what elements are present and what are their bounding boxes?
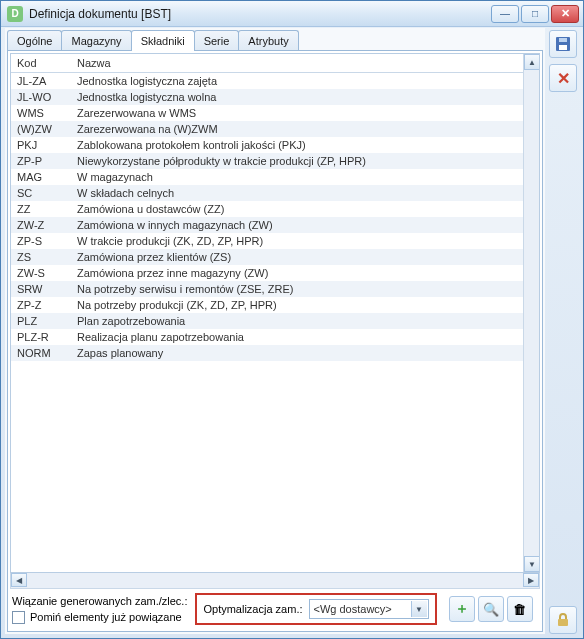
table-row[interactable]: JL-ZAJednostka logistyczna zajęta <box>11 73 539 90</box>
lock-icon <box>556 613 570 627</box>
table-row[interactable]: ZP-ZNa potrzeby produkcji (ZK, ZD, ZP, H… <box>11 297 539 313</box>
lock-button[interactable] <box>549 606 577 634</box>
cell-kod: WMS <box>11 105 71 121</box>
horizontal-scrollbar[interactable]: ◀ ▶ <box>10 573 540 589</box>
svg-rect-1 <box>559 45 567 50</box>
svg-rect-3 <box>558 619 568 626</box>
cell-nazwa: Plan zapotrzebowania <box>71 313 539 329</box>
cell-kod: ZW-Z <box>11 217 71 233</box>
cell-nazwa: Na potrzeby serwisu i remontów (ZSE, ZRE… <box>71 281 539 297</box>
app-icon: D <box>7 6 23 22</box>
bottom-bar: Wiązanie generowanych zam./zlec.: Pomiń … <box>10 589 540 629</box>
cell-nazwa: Zamówiona u dostawców (ZZ) <box>71 201 539 217</box>
grid-container: Kod Nazwa JL-ZAJednostka logistyczna zaj… <box>10 53 540 573</box>
cell-nazwa: Na potrzeby produkcji (ZK, ZD, ZP, HPR) <box>71 297 539 313</box>
table-row[interactable]: WMSZarezerwowana w WMS <box>11 105 539 121</box>
tab-skladniki[interactable]: Składniki <box>131 30 195 51</box>
cell-nazwa: Zamówiona przez klientów (ZS) <box>71 249 539 265</box>
cell-kod: ZS <box>11 249 71 265</box>
cell-nazwa: Zamówiona przez inne magazyny (ZW) <box>71 265 539 281</box>
cell-kod: PKJ <box>11 137 71 153</box>
right-toolbar: ✕ <box>549 28 579 634</box>
col-nazwa[interactable]: Nazwa <box>71 54 539 73</box>
scroll-down-icon[interactable]: ▼ <box>524 556 540 572</box>
maximize-button[interactable]: □ <box>521 5 549 23</box>
opt-label: Optymalizacja zam.: <box>203 603 302 615</box>
minimize-button[interactable]: — <box>491 5 519 23</box>
cell-kod: JL-ZA <box>11 73 71 90</box>
table-row[interactable]: SRWNa potrzeby serwisu i remontów (ZSE, … <box>11 281 539 297</box>
table-row[interactable]: ZZZamówiona u dostawców (ZZ) <box>11 201 539 217</box>
cell-kod: PLZ <box>11 313 71 329</box>
cell-nazwa: Realizacja planu zapotrzebowania <box>71 329 539 345</box>
link-label: Wiązanie generowanych zam./zlec.: <box>12 595 187 607</box>
cell-nazwa: Zapas planowany <box>71 345 539 361</box>
cell-kod: ZP-P <box>11 153 71 169</box>
save-disk-button[interactable] <box>549 30 577 58</box>
cell-kod: NORM <box>11 345 71 361</box>
cell-kod: ZP-S <box>11 233 71 249</box>
cell-nazwa: Zablokowana protokołem kontroli jakości … <box>71 137 539 153</box>
floppy-icon <box>555 36 571 52</box>
cell-kod: SRW <box>11 281 71 297</box>
opt-value: <Wg dostawcy> <box>314 603 392 615</box>
checkbox-box[interactable] <box>12 611 25 624</box>
table-row[interactable]: NORMZapas planowany <box>11 345 539 361</box>
cell-kod: ZW-S <box>11 265 71 281</box>
cell-kod: JL-WO <box>11 89 71 105</box>
cell-nazwa: W składach celnych <box>71 185 539 201</box>
vertical-scrollbar[interactable]: ▲ ▼ <box>523 54 539 572</box>
table-row[interactable]: ZW-SZamówiona przez inne magazyny (ZW) <box>11 265 539 281</box>
table-row[interactable]: ZW-ZZamówiona w innych magazynach (ZW) <box>11 217 539 233</box>
skip-checkbox[interactable]: Pomiń elementy już powiązane <box>12 611 187 624</box>
table-row[interactable]: ZP-PNiewykorzystane półprodukty w trakci… <box>11 153 539 169</box>
table-row[interactable]: PLZ-RRealizacja planu zapotrzebowania <box>11 329 539 345</box>
cell-kod: (W)ZW <box>11 121 71 137</box>
cell-kod: ZP-Z <box>11 297 71 313</box>
tab-panel-skladniki: Kod Nazwa JL-ZAJednostka logistyczna zaj… <box>7 50 543 632</box>
scroll-left-icon[interactable]: ◀ <box>11 573 27 587</box>
cell-kod: PLZ-R <box>11 329 71 345</box>
table-row[interactable]: MAGW magazynach <box>11 169 539 185</box>
optimization-group: Optymalizacja zam.: <Wg dostawcy> ▼ <box>195 593 436 625</box>
cancel-button[interactable]: ✕ <box>549 64 577 92</box>
cell-kod: MAG <box>11 169 71 185</box>
add-button[interactable]: ＋ <box>449 596 475 622</box>
skip-label: Pomiń elementy już powiązane <box>30 611 182 623</box>
titlebar: D Definicja dokumentu [BST] — □ ✕ <box>1 1 583 27</box>
col-kod[interactable]: Kod <box>11 54 71 73</box>
cell-nazwa: Zarezerwowana na (W)ZWM <box>71 121 539 137</box>
cell-nazwa: W trakcie produkcji (ZK, ZD, ZP, HPR) <box>71 233 539 249</box>
cell-nazwa: W magazynach <box>71 169 539 185</box>
tab-atrybuty[interactable]: Atrybuty <box>238 30 298 51</box>
table-row[interactable]: PKJZablokowana protokołem kontroli jakoś… <box>11 137 539 153</box>
cell-kod: ZZ <box>11 201 71 217</box>
delete-button[interactable]: 🗑 <box>507 596 533 622</box>
tabs: Ogólne Magazyny Składniki Serie Atrybuty <box>5 28 545 51</box>
svg-rect-2 <box>559 38 567 42</box>
components-grid[interactable]: Kod Nazwa JL-ZAJednostka logistyczna zaj… <box>11 54 539 361</box>
tab-magazyny[interactable]: Magazyny <box>61 30 131 51</box>
cell-nazwa: Niewykorzystane półprodukty w trakcie pr… <box>71 153 539 169</box>
table-row[interactable]: PLZPlan zapotrzebowania <box>11 313 539 329</box>
chevron-down-icon[interactable]: ▼ <box>411 601 427 617</box>
scroll-right-icon[interactable]: ▶ <box>523 573 539 587</box>
table-row[interactable]: ZSZamówiona przez klientów (ZS) <box>11 249 539 265</box>
table-row[interactable]: ZP-SW trakcie produkcji (ZK, ZD, ZP, HPR… <box>11 233 539 249</box>
cell-nazwa: Jednostka logistyczna zajęta <box>71 73 539 90</box>
opt-combo[interactable]: <Wg dostawcy> ▼ <box>309 599 429 619</box>
app-window: D Definicja dokumentu [BST] — □ ✕ Ogólne… <box>0 0 584 639</box>
search-button[interactable]: 🔍 <box>478 596 504 622</box>
window-title: Definicja dokumentu [BST] <box>29 7 491 21</box>
tab-ogolne[interactable]: Ogólne <box>7 30 62 51</box>
cell-nazwa: Zamówiona w innych magazynach (ZW) <box>71 217 539 233</box>
close-button[interactable]: ✕ <box>551 5 579 23</box>
table-row[interactable]: (W)ZWZarezerwowana na (W)ZWM <box>11 121 539 137</box>
cell-nazwa: Zarezerwowana w WMS <box>71 105 539 121</box>
cell-kod: SC <box>11 185 71 201</box>
cell-nazwa: Jednostka logistyczna wolna <box>71 89 539 105</box>
table-row[interactable]: SCW składach celnych <box>11 185 539 201</box>
table-row[interactable]: JL-WOJednostka logistyczna wolna <box>11 89 539 105</box>
tab-serie[interactable]: Serie <box>194 30 240 51</box>
scroll-up-icon[interactable]: ▲ <box>524 54 540 70</box>
